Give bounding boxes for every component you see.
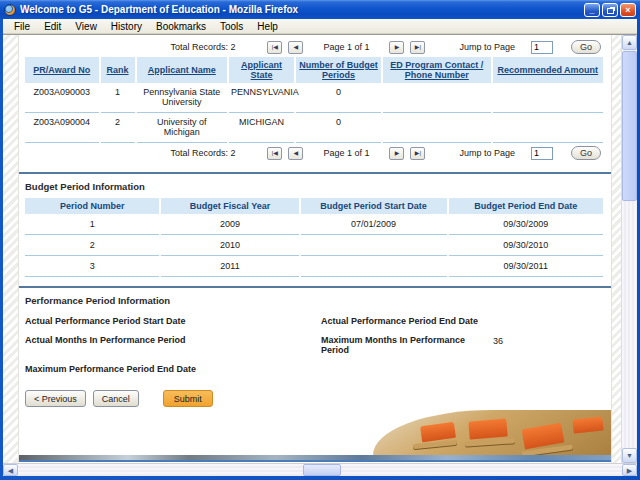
first-page-button[interactable]: |◀ <box>267 147 282 160</box>
cell-fiscal-year: 2010 <box>161 235 298 256</box>
maximum-end-date-label: Maximum Performance Period End Date <box>25 364 321 374</box>
next-page-button[interactable]: ▶ <box>389 147 404 160</box>
next-page-icon: ▶ <box>395 150 400 156</box>
maximum-months-label: Maximum Months In Performance Period <box>321 335 493 355</box>
prev-page-button[interactable]: ◀ <box>288 41 303 54</box>
first-page-button[interactable]: |◀ <box>267 41 282 54</box>
pagination-bottom: Total Records: 2 |◀ ◀ Page 1 of 1 ▶ ▶| J… <box>23 146 601 160</box>
vertical-scrollbar[interactable]: ▲ ▼ <box>621 35 637 463</box>
page-viewport: Total Records: 2 |◀ ◀ Page 1 of 1 ▶ ▶| J… <box>3 34 637 463</box>
scroll-right-button[interactable]: ▶ <box>622 464 637 476</box>
total-records-label: Total Records: 2 <box>170 42 235 52</box>
jump-to-page-label: Jump to Page <box>459 42 515 52</box>
cell-award-no: Z003A090003 <box>25 83 99 113</box>
cell-start-date: 07/01/2009 <box>301 214 447 235</box>
prev-page-icon: ◀ <box>294 150 299 156</box>
actual-start-date-label: Actual Performance Period Start Date <box>25 316 321 326</box>
jump-to-page-input[interactable] <box>531 147 553 160</box>
budget-table: Period Number Budget Fiscal Year Budget … <box>23 198 605 277</box>
horizontal-scrollbar[interactable]: ◀ ▶ <box>3 463 637 476</box>
menu-item-bookmarks[interactable]: Bookmarks <box>149 20 213 33</box>
col-header-applicant-state[interactable]: Applicant State <box>229 57 294 83</box>
vertical-scroll-thumb[interactable] <box>622 51 637 201</box>
col-header-recommended-amount[interactable]: Recommended Amount <box>493 57 603 83</box>
scroll-down-button[interactable]: ▼ <box>622 448 637 463</box>
last-page-icon: ▶| <box>415 44 421 50</box>
col-header-pr-award-no[interactable]: PR/Award No <box>25 57 99 83</box>
cell-recommended-amount <box>493 83 603 113</box>
scroll-left-icon: ◀ <box>8 467 13 474</box>
cell-period-number: 2 <box>25 235 159 256</box>
cell-rank: 1 <box>101 83 135 113</box>
scroll-up-button[interactable]: ▲ <box>622 35 637 50</box>
prev-page-icon: ◀ <box>294 44 299 50</box>
next-page-icon: ▶ <box>395 44 400 50</box>
submit-button[interactable]: Submit <box>163 390 213 407</box>
left-margin-stripe <box>3 35 19 463</box>
jump-to-page-input[interactable] <box>531 41 553 54</box>
cell-applicant-name: University of Michigan <box>137 113 228 143</box>
cell-ed-contact <box>383 83 491 113</box>
menu-item-tools[interactable]: Tools <box>213 20 250 33</box>
col-header-ed-contact[interactable]: ED Program Contact / Phone Number <box>383 57 491 83</box>
col-header-rank[interactable]: Rank <box>101 57 135 83</box>
cell-budget-periods: 0 <box>296 83 381 113</box>
applicants-table: PR/Award No Rank Applicant Name Applican… <box>23 57 605 143</box>
budget-section-title: Budget Period Information <box>25 181 605 192</box>
first-page-icon: |◀ <box>272 44 278 50</box>
title-bar: Welcome to G5 - Department of Education … <box>0 0 640 19</box>
restore-icon <box>607 8 614 14</box>
cell-start-date <box>301 256 447 277</box>
cell-end-date: 09/30/2011 <box>449 256 603 277</box>
maximum-months-value: 36 <box>493 335 605 355</box>
close-button[interactable]: × <box>620 3 636 17</box>
col-header-budget-periods[interactable]: Number of Budget Periods <box>296 57 381 83</box>
cell-applicant-state: MICHIGAN <box>229 113 294 143</box>
classroom-chairs-photo <box>373 410 611 455</box>
menu-item-edit[interactable]: Edit <box>37 20 68 33</box>
actual-months-label: Actual Months In Performance Period <box>25 335 321 355</box>
col-header-budget-fiscal-year: Budget Fiscal Year <box>161 198 298 214</box>
cancel-button[interactable]: Cancel <box>93 390 139 407</box>
performance-section-title: Performance Period Information <box>25 295 605 306</box>
go-button[interactable]: Go <box>571 40 601 54</box>
bottom-banner: ^ Back to Top <box>23 407 605 455</box>
cell-fiscal-year: 2011 <box>161 256 298 277</box>
menu-item-help[interactable]: Help <box>250 20 285 33</box>
table-row: Z003A090003 1 Pennsylvania State Univers… <box>25 83 603 113</box>
go-button[interactable]: Go <box>571 146 601 160</box>
page-indicator: Page 1 of 1 <box>323 42 369 52</box>
table-row: Z003A090004 2 University of Michigan MIC… <box>25 113 603 143</box>
cell-applicant-state: PENNSYLVANIA <box>229 83 294 113</box>
budget-header-row: Period Number Budget Fiscal Year Budget … <box>25 198 603 214</box>
cell-period-number: 1 <box>25 214 159 235</box>
decorative-gradient-bar <box>19 455 611 462</box>
scroll-left-button[interactable]: ◀ <box>3 464 18 476</box>
scroll-right-icon: ▶ <box>627 467 632 474</box>
right-margin-stripe <box>611 35 621 463</box>
col-header-budget-start-date: Budget Period Start Date <box>301 198 447 214</box>
cell-end-date: 09/30/2009 <box>449 214 603 235</box>
menu-item-history[interactable]: History <box>104 20 149 33</box>
browser-window: Welcome to G5 - Department of Education … <box>0 0 640 480</box>
last-page-button[interactable]: ▶| <box>410 41 425 54</box>
cell-ed-contact <box>383 113 491 143</box>
menu-item-file[interactable]: File <box>7 20 37 33</box>
horizontal-scroll-thumb[interactable] <box>303 464 341 476</box>
total-records-label: Total Records: 2 <box>170 148 235 158</box>
menu-item-view[interactable]: View <box>68 20 104 33</box>
next-page-button[interactable]: ▶ <box>389 41 404 54</box>
cell-award-no: Z003A090004 <box>25 113 99 143</box>
prev-page-button[interactable]: ◀ <box>288 147 303 160</box>
actual-end-date-label: Actual Performance Period End Date <box>321 316 493 326</box>
page-content: Total Records: 2 |◀ ◀ Page 1 of 1 ▶ ▶| J… <box>19 35 611 463</box>
restore-button[interactable] <box>602 3 618 17</box>
minimize-button[interactable]: _ <box>584 3 600 17</box>
table-row: 2 2010 09/30/2010 <box>25 235 603 256</box>
firefox-icon <box>4 4 16 16</box>
cell-applicant-name: Pennsylvania State University <box>137 83 228 113</box>
col-header-applicant-name[interactable]: Applicant Name <box>137 57 228 83</box>
previous-button[interactable]: < Previous <box>25 390 86 407</box>
actual-end-date-value <box>493 316 605 326</box>
last-page-button[interactable]: ▶| <box>410 147 425 160</box>
